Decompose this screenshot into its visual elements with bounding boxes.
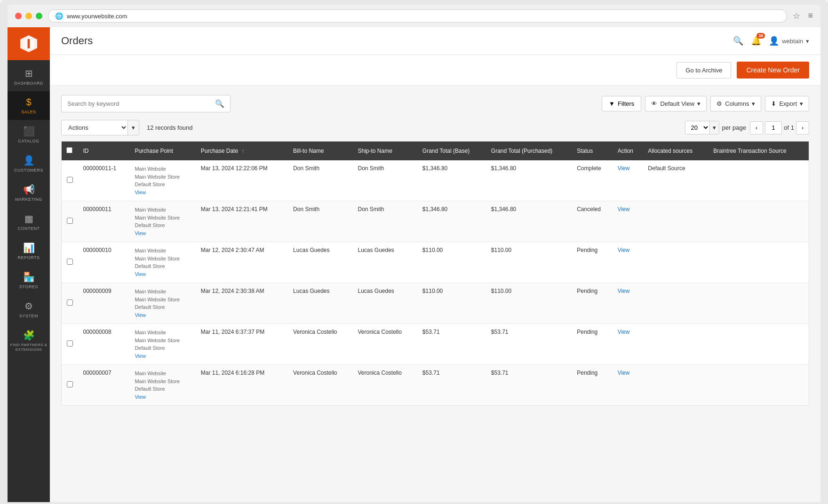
row-checkbox[interactable] — [67, 218, 73, 224]
sidebar-item-system[interactable]: ⚙ SYSTEM — [8, 295, 50, 324]
col-header-purchase-date[interactable]: Purchase Date ↑ — [196, 142, 288, 161]
col-header-action: Action — [613, 142, 644, 161]
close-dot[interactable] — [15, 13, 22, 19]
sidebar-item-stores[interactable]: 🏪 STORES — [8, 266, 50, 295]
row-bill-to: Don Smith — [288, 201, 353, 242]
row-checkbox[interactable] — [67, 340, 73, 346]
purchase-point-view-link[interactable]: View — [135, 271, 146, 277]
archive-button[interactable]: Go to Archive — [677, 62, 731, 79]
row-action[interactable]: View — [613, 324, 644, 365]
row-purchase-point: Main Website Main Website Store Default … — [130, 324, 196, 365]
row-grand-total-purchased: $53.71 — [486, 324, 572, 365]
sidebar-item-reports[interactable]: 📊 REPORTS — [8, 236, 50, 266]
row-action[interactable]: View — [613, 201, 644, 242]
row-checkbox-cell[interactable] — [62, 242, 79, 283]
sidebar-item-label: DASHBOARD — [14, 81, 43, 86]
prev-page-button[interactable]: ‹ — [750, 121, 763, 134]
sidebar-item-marketing[interactable]: 📢 MARKETING — [8, 178, 50, 207]
url-text: www.yourwebsite.com — [67, 13, 127, 20]
table-row: 000000007 Main Website Main Website Stor… — [62, 365, 809, 406]
row-action[interactable]: View — [613, 160, 644, 201]
columns-button[interactable]: ⚙ Columns ▾ — [710, 96, 761, 111]
sidebar-item-content[interactable]: ▦ CONTENT — [8, 207, 50, 236]
page-of-text: of — [784, 124, 789, 131]
extensions-icon: 🧩 — [23, 330, 35, 341]
header-search-icon[interactable]: 🔍 — [733, 36, 743, 46]
view-action-link[interactable]: View — [618, 288, 630, 294]
row-id: 000000009 — [79, 283, 130, 324]
row-checkbox-cell[interactable] — [62, 283, 79, 324]
view-action-link[interactable]: View — [618, 247, 630, 253]
content-icon: ▦ — [24, 213, 33, 224]
create-order-button[interactable]: Create New Order — [737, 62, 809, 79]
row-checkbox[interactable] — [67, 259, 73, 265]
row-checkbox[interactable] — [67, 381, 73, 387]
sub-toolbar: Actions ▾ 12 records found 20 — [61, 120, 809, 135]
row-checkbox-cell[interactable] — [62, 365, 79, 406]
sidebar-item-label: CATALOG — [18, 139, 39, 143]
export-button[interactable]: ⬇ Export ▾ — [765, 96, 809, 111]
row-ship-to: Lucas Guedes — [353, 283, 417, 324]
view-action-link[interactable]: View — [618, 165, 630, 172]
search-submit-icon[interactable]: 🔍 — [215, 99, 224, 108]
view-action-link[interactable]: View — [618, 206, 630, 213]
row-grand-total-base: $1,346.80 — [418, 160, 486, 201]
purchase-point-view-link[interactable]: View — [135, 353, 146, 359]
row-checkbox-cell[interactable] — [62, 160, 79, 201]
minimize-dot[interactable] — [25, 13, 32, 19]
row-action[interactable]: View — [613, 283, 644, 324]
view-action-link[interactable]: View — [618, 329, 630, 335]
sidebar-item-dashboard[interactable]: ⊞ DASHBOARD — [8, 62, 50, 91]
next-page-button[interactable]: › — [796, 121, 809, 134]
bookmark-icon[interactable]: ☆ — [793, 11, 800, 21]
row-checkbox-cell[interactable] — [62, 201, 79, 242]
sidebar-item-customers[interactable]: 👤 CUSTOMERS — [8, 149, 50, 178]
purchase-point-view-link[interactable]: View — [135, 394, 146, 400]
search-box[interactable]: 🔍 — [61, 95, 231, 112]
row-checkbox[interactable] — [67, 177, 73, 183]
menu-icon[interactable]: ≡ — [808, 11, 813, 21]
notification-button[interactable]: 🔔 39 — [751, 36, 761, 46]
purchase-point-view-link[interactable]: View — [135, 312, 146, 318]
sidebar-item-extensions[interactable]: 🧩 FIND PARTNERS & EXTENSIONS — [8, 324, 50, 358]
url-bar[interactable]: 🌐 www.yourwebsite.com — [48, 9, 787, 23]
table-row: 000000010 Main Website Main Website Stor… — [62, 242, 809, 283]
purchase-point-view-link[interactable]: View — [135, 230, 146, 236]
view-button[interactable]: 👁 Default View ▾ — [645, 96, 707, 111]
row-status: Complete — [572, 160, 613, 201]
row-id: 000000007 — [79, 365, 130, 406]
purchase-point-view-link[interactable]: View — [135, 189, 146, 195]
sidebar-item-catalog[interactable]: ⬛ CATALOG — [8, 120, 50, 149]
per-page-arrow-icon[interactable]: ▾ — [709, 121, 719, 134]
user-menu[interactable]: 👤 webtain ▾ — [769, 36, 809, 46]
row-ship-to: Lucas Guedes — [353, 242, 417, 283]
sidebar-logo[interactable] — [8, 27, 50, 60]
row-status: Pending — [572, 242, 613, 283]
browser-actions: ☆ ≡ — [793, 11, 813, 21]
actions-dropdown-arrow-icon[interactable]: ▾ — [127, 120, 139, 135]
per-page-dropdown[interactable]: 20 — [685, 121, 709, 134]
row-purchase-point: Main Website Main Website Store Default … — [130, 242, 196, 283]
row-action[interactable]: View — [613, 242, 644, 283]
actions-select-wrapper[interactable]: Actions ▾ — [61, 120, 139, 135]
columns-chevron-icon: ▾ — [752, 100, 755, 107]
svg-rect-3 — [28, 39, 30, 48]
system-icon: ⚙ — [24, 300, 33, 312]
row-checkbox-cell[interactable] — [62, 324, 79, 365]
row-checkbox[interactable] — [67, 299, 73, 306]
current-page-input[interactable] — [765, 121, 782, 134]
per-page-select-wrapper[interactable]: 20 ▾ — [685, 121, 719, 134]
sidebar-item-label: FIND PARTNERS & EXTENSIONS — [9, 343, 48, 353]
select-all-checkbox[interactable] — [66, 147, 72, 153]
sidebar-item-label: REPORTS — [18, 255, 40, 260]
row-purchase-point: Main Website Main Website Store Default … — [130, 201, 196, 242]
row-bill-to: Lucas Guedes — [288, 242, 353, 283]
maximize-dot[interactable] — [36, 13, 42, 19]
filters-button[interactable]: ▼ Filters — [602, 96, 641, 111]
view-action-link[interactable]: View — [618, 370, 630, 376]
user-menu-chevron-icon: ▾ — [806, 38, 809, 45]
actions-dropdown[interactable]: Actions — [62, 120, 127, 135]
search-input[interactable] — [67, 100, 211, 107]
row-action[interactable]: View — [613, 365, 644, 406]
sidebar-item-sales[interactable]: $ SALES — [8, 91, 50, 120]
